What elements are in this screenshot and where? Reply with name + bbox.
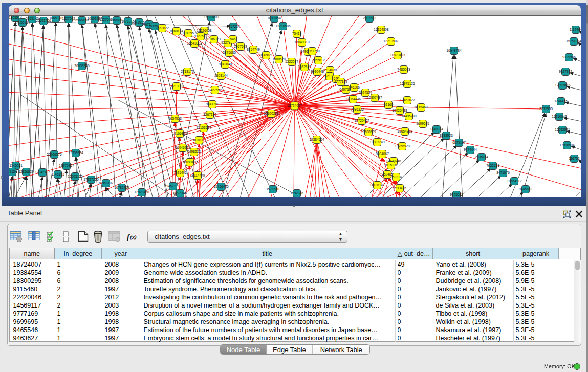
svg-text:12942737: 12942737 xyxy=(35,170,50,174)
svg-text:15720407: 15720407 xyxy=(354,119,369,122)
svg-text:1440934: 1440934 xyxy=(430,127,443,131)
svg-text:116753: 116753 xyxy=(569,157,580,160)
svg-text:7632621: 7632621 xyxy=(486,164,499,167)
svg-text:20053346: 20053346 xyxy=(74,64,90,68)
svg-text:2803144: 2803144 xyxy=(214,74,228,77)
svg-text:15751074: 15751074 xyxy=(566,39,580,43)
svg-text:8813054: 8813054 xyxy=(268,16,281,20)
svg-text:16782759: 16782759 xyxy=(114,186,129,189)
svg-text:6879197: 6879197 xyxy=(452,141,466,144)
svg-text:1292346: 1292346 xyxy=(290,191,303,195)
svg-text:16099489: 16099489 xyxy=(182,160,198,164)
svg-text:16033809: 16033809 xyxy=(204,16,219,19)
svg-text:16154808: 16154808 xyxy=(374,28,389,31)
svg-text:13226058: 13226058 xyxy=(197,29,212,32)
svg-text:7955812: 7955812 xyxy=(312,58,325,62)
svg-text:16210643: 16210643 xyxy=(552,115,567,118)
svg-text:9329966: 9329966 xyxy=(562,55,576,59)
svg-text:8454749: 8454749 xyxy=(247,48,260,51)
svg-text:2935114: 2935114 xyxy=(475,155,488,159)
svg-text:9841700: 9841700 xyxy=(206,102,219,106)
svg-text:7485063: 7485063 xyxy=(397,68,410,71)
svg-text:16648784: 16648784 xyxy=(446,49,462,52)
svg-text:12153584: 12153584 xyxy=(196,126,211,129)
svg-text:891295: 891295 xyxy=(183,31,194,35)
svg-text:3624554: 3624554 xyxy=(359,91,372,94)
svg-text:546: 546 xyxy=(230,37,235,41)
svg-text:2087682: 2087682 xyxy=(363,16,376,20)
svg-text:9242848: 9242848 xyxy=(219,62,232,66)
svg-text:16543382: 16543382 xyxy=(187,41,202,45)
svg-text:5322037: 5322037 xyxy=(285,60,298,63)
svg-text:19114479: 19114479 xyxy=(190,173,205,177)
svg-text:13463627: 13463627 xyxy=(400,98,415,102)
svg-text:8471676: 8471676 xyxy=(496,171,510,174)
svg-text:12923468: 12923468 xyxy=(134,190,149,194)
svg-text:7357224: 7357224 xyxy=(227,25,240,28)
svg-text:15692971: 15692971 xyxy=(555,128,570,132)
svg-text:1244415: 1244415 xyxy=(554,99,568,103)
svg-text:9427552: 9427552 xyxy=(208,88,222,92)
svg-text:3875685: 3875685 xyxy=(223,51,236,54)
svg-text:12156829: 12156829 xyxy=(18,170,34,173)
svg-text:8990448: 8990448 xyxy=(311,70,324,73)
svg-text:9457771: 9457771 xyxy=(166,184,180,188)
svg-text:8960124: 8960124 xyxy=(170,29,183,33)
svg-text:1588520: 1588520 xyxy=(272,57,286,61)
svg-text:9245682: 9245682 xyxy=(519,187,532,191)
svg-text:6794028: 6794028 xyxy=(323,68,337,72)
svg-text:8215955: 8215955 xyxy=(539,107,553,111)
svg-text:1571648: 1571648 xyxy=(266,187,279,191)
svg-text:16640910: 16640910 xyxy=(294,40,310,44)
svg-text:9245682: 9245682 xyxy=(450,193,463,196)
svg-text:39154: 39154 xyxy=(9,170,17,173)
svg-text:10688609: 10688609 xyxy=(361,130,376,134)
svg-text:746266: 746266 xyxy=(349,85,360,89)
svg-text:1733426: 1733426 xyxy=(393,186,406,190)
svg-text:19975857: 19975857 xyxy=(59,164,74,167)
svg-text:10025438: 10025438 xyxy=(392,108,407,112)
svg-text:2718170: 2718170 xyxy=(181,70,194,73)
svg-text:13218506: 13218506 xyxy=(275,24,291,28)
svg-text:7663822: 7663822 xyxy=(156,26,169,30)
svg-text:3267130: 3267130 xyxy=(203,113,216,116)
svg-text:9699695: 9699695 xyxy=(416,122,429,125)
svg-text:1292346: 1292346 xyxy=(173,191,187,195)
svg-text:1327602: 1327602 xyxy=(62,17,75,20)
svg-text:8186323: 8186323 xyxy=(207,37,221,41)
svg-text:18724007: 18724007 xyxy=(287,104,302,107)
svg-text:1065328: 1065328 xyxy=(49,16,62,20)
svg-text:14136141: 14136141 xyxy=(369,183,385,187)
svg-text:10961758: 10961758 xyxy=(304,49,320,53)
svg-text:5498222: 5498222 xyxy=(187,150,201,154)
svg-text:7625402: 7625402 xyxy=(173,171,187,174)
svg-text:17359934: 17359934 xyxy=(68,151,83,155)
svg-text:17957255: 17957255 xyxy=(83,178,99,181)
svg-text:25300203: 25300203 xyxy=(264,112,279,115)
svg-text:1145193: 1145193 xyxy=(51,172,64,176)
svg-text:1362615: 1362615 xyxy=(298,65,311,69)
svg-text:10973493: 10973493 xyxy=(390,53,405,57)
svg-text:9084067: 9084067 xyxy=(376,152,389,156)
svg-text:18807249: 18807249 xyxy=(369,140,385,144)
svg-text:19384554: 19384554 xyxy=(309,138,324,141)
svg-text:12975125: 12975125 xyxy=(400,82,415,85)
svg-text:9115460: 9115460 xyxy=(415,105,428,109)
svg-text:12093872: 12093872 xyxy=(555,83,570,87)
svg-text:14055714: 14055714 xyxy=(15,20,30,24)
svg-text:7986322: 7986322 xyxy=(351,107,364,111)
svg-text:9227342: 9227342 xyxy=(559,70,572,73)
svg-text:1345061: 1345061 xyxy=(9,164,23,167)
svg-text:1654932: 1654932 xyxy=(168,117,182,120)
svg-text:20206576: 20206576 xyxy=(47,152,62,156)
svg-text:15716485: 15716485 xyxy=(213,185,229,188)
svg-text:2967608: 2967608 xyxy=(234,45,247,48)
svg-text:19756928: 19756928 xyxy=(395,144,410,148)
svg-text:16046745: 16046745 xyxy=(175,146,190,149)
svg-text:1615132: 1615132 xyxy=(384,163,398,167)
svg-text:12505135: 12505135 xyxy=(68,174,83,178)
svg-text:14495798: 14495798 xyxy=(401,114,417,118)
svg-text:62160: 62160 xyxy=(384,103,394,106)
svg-text:9146821: 9146821 xyxy=(259,53,273,57)
svg-text:9474444: 9474444 xyxy=(464,148,477,151)
